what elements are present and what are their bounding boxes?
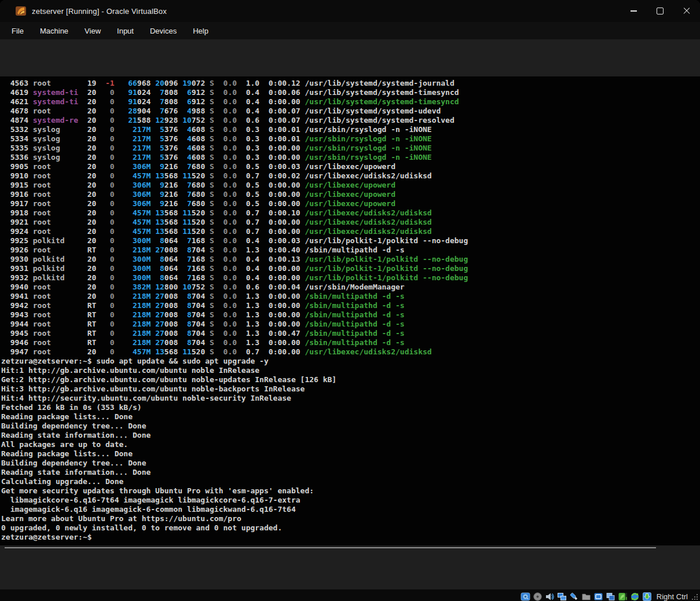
features-icon[interactable] bbox=[618, 591, 628, 601]
window-controls bbox=[620, 0, 700, 22]
shared-folders-icon[interactable] bbox=[581, 591, 592, 601]
hard-disks-icon[interactable] bbox=[521, 591, 531, 601]
minimize-icon bbox=[631, 10, 637, 11]
display-icon[interactable] bbox=[593, 591, 604, 601]
terminal-output[interactable]: 4563 root 19 -1 66968 20096 19072 S 0.0 … bbox=[0, 76, 700, 545]
optical-drives-icon[interactable] bbox=[533, 591, 543, 601]
menu-item-machine[interactable]: Machine bbox=[32, 23, 76, 39]
menu-item-input[interactable]: Input bbox=[109, 23, 142, 39]
statusbar: Right Ctrl bbox=[0, 589, 700, 601]
host-key-label: Right Ctrl bbox=[657, 592, 688, 601]
mouse-integration-icon[interactable] bbox=[630, 591, 640, 601]
menu-item-file[interactable]: File bbox=[3, 23, 32, 39]
close-icon bbox=[683, 8, 690, 14]
status-icon-tray bbox=[521, 591, 653, 601]
network-icon[interactable] bbox=[557, 591, 567, 601]
recording-icon[interactable] bbox=[606, 591, 616, 601]
close-button[interactable] bbox=[673, 0, 700, 22]
audio-icon[interactable] bbox=[545, 591, 555, 601]
virtualbox-window: zetserver [Running] - Oracle VirtualBox … bbox=[0, 0, 700, 601]
menu-item-view[interactable]: View bbox=[76, 23, 109, 39]
maximize-icon bbox=[657, 8, 664, 14]
virtualbox-app-icon bbox=[15, 5, 27, 17]
vm-background-bottom bbox=[0, 545, 700, 589]
vm-background-top bbox=[0, 39, 700, 76]
menubar: FileMachineViewInputDevicesHelp bbox=[0, 22, 700, 39]
menu-item-devices[interactable]: Devices bbox=[142, 23, 185, 39]
keyboard-icon[interactable] bbox=[642, 591, 653, 601]
menu-item-help[interactable]: Help bbox=[185, 23, 217, 39]
titlebar[interactable]: zetserver [Running] - Oracle VirtualBox bbox=[0, 0, 700, 22]
window-title: zetserver [Running] - Oracle VirtualBox bbox=[32, 7, 167, 16]
resize-grip[interactable] bbox=[691, 592, 698, 600]
minimize-button[interactable] bbox=[620, 0, 647, 22]
console-divider-line bbox=[5, 547, 656, 548]
maximize-button[interactable] bbox=[647, 0, 673, 22]
usb-icon[interactable] bbox=[569, 591, 580, 601]
